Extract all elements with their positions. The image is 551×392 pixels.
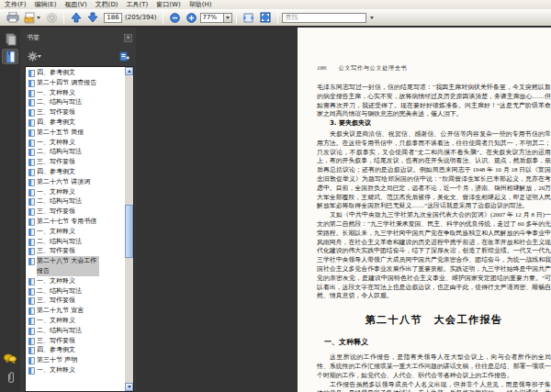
bookmark-item[interactable]: 一、文种释义 — [26, 316, 125, 326]
bookmark-item[interactable]: 第二十四节 调查报告 — [26, 78, 125, 88]
bookmark-page-icon — [28, 140, 35, 147]
page-number: 186 — [317, 64, 327, 72]
email-button[interactable] — [21, 11, 43, 25]
print-button[interactable] — [5, 11, 21, 25]
bookmark-item[interactable]: 一、文种释义 — [26, 187, 125, 197]
bookmark-label: 第二十七节 专用书信 — [37, 217, 96, 227]
bookmark-label: 二、结构与写法 — [37, 147, 82, 157]
bookmark-page-icon — [28, 159, 35, 166]
email-icon — [24, 12, 36, 24]
fit-width-icon — [242, 13, 254, 23]
bookmark-item[interactable]: 第二十九节 宣言 — [26, 306, 125, 316]
bookmark-page-icon — [28, 357, 35, 364]
bookmark-item[interactable]: 三、写作要领 — [26, 336, 125, 346]
bookmark-label: 二、结构与写法 — [37, 286, 82, 297]
find-dropdown-button[interactable] — [366, 11, 377, 25]
bookmarks-options-button[interactable] — [25, 50, 43, 62]
attachments-panel-button[interactable] — [2, 369, 18, 385]
previous-page-button[interactable] — [68, 11, 84, 25]
bookmark-item[interactable]: 一、文种释义 — [26, 365, 125, 375]
bookmark-item[interactable]: 一、文种释义 — [26, 138, 125, 148]
menu-tools[interactable]: 工具(T) — [127, 0, 149, 9]
email-dropdown-caret — [37, 17, 40, 19]
bookmark-item[interactable]: 二、结构与写法 — [26, 237, 125, 247]
menu-view[interactable]: 视图(V) — [64, 0, 86, 9]
zoom-out-icon — [170, 13, 180, 23]
zoom-dropdown-button[interactable] — [224, 13, 232, 23]
menu-bar: 文件(F) 编辑(E) 视图(V) 文档(D) 工具(T) 窗口(W) 帮助(H… — [0, 0, 551, 9]
bookmark-item[interactable]: 三、写作要领 — [26, 157, 125, 167]
menu-window[interactable]: 窗口(W) — [156, 0, 180, 9]
page-number-input[interactable] — [104, 13, 122, 23]
scroll-up-button[interactable] — [125, 67, 133, 75]
next-page-button[interactable] — [84, 11, 101, 25]
bookmark-label: 第二十八节 大会工作报告 — [37, 256, 99, 276]
bookmark-label: 一、文种释义 — [37, 365, 75, 375]
previous-view-button[interactable] — [43, 11, 60, 25]
bookmark-label: 三、写作要领 — [37, 296, 75, 306]
fit-width-button[interactable] — [241, 11, 257, 25]
bookmark-item[interactable]: 二、结构与写法 — [26, 196, 125, 207]
bookmark-page-icon — [28, 248, 35, 255]
paragraph: 这里所说的工作报告，是指有关领导人在大型会议上，向与会者所作的全局性、系统性的工… — [317, 353, 551, 379]
bookmark-item[interactable]: 第二十五节 简报 — [26, 128, 125, 138]
menu-help[interactable]: 帮助(H) — [189, 0, 212, 9]
bookmark-label: 二、结构与写法 — [37, 97, 82, 107]
bookmark-item[interactable]: 二、结构与写法 — [26, 97, 125, 107]
toolbar-separator — [277, 12, 278, 24]
pdf-page: 186 公文写作与公文处理全书 毛泽东同志写过一封信，信的结尾写道：“我因主席对… — [298, 28, 551, 392]
bookmark-item[interactable]: 四、参考例文 — [26, 167, 125, 177]
bookmark-item[interactable]: 三、写作要领 — [26, 207, 125, 217]
bookmarks-panel-button[interactable] — [2, 49, 18, 64]
zoom-out-button[interactable] — [167, 11, 184, 25]
expand-bookmark-icon — [119, 51, 129, 62]
bookmarks-tree: 四、参考例文 第二十四节 调查报告 一、文种释义 — [25, 66, 134, 392]
bookmark-label: 三、写作要领 — [37, 107, 75, 118]
bookmark-label: 三、写作要领 — [37, 207, 75, 217]
bookmark-item[interactable]: 三、写作要领 — [26, 107, 125, 118]
bookmark-item[interactable]: 二、结构与写法 — [26, 326, 125, 336]
bookmark-item[interactable]: 第二十六节 讲演词 — [26, 177, 125, 187]
bookmark-page-icon — [28, 367, 35, 375]
bookmark-item[interactable]: 三、写作要领 — [26, 246, 125, 256]
menu-edit[interactable]: 编辑(E) — [35, 0, 57, 9]
close-panel-button[interactable]: × — [124, 34, 132, 42]
pages-panel-button[interactable] — [2, 31, 18, 47]
find-input[interactable] — [282, 13, 366, 23]
bookmark-item[interactable]: 四、参考例文 — [26, 68, 125, 78]
bookmark-item[interactable]: 一、文种释义 — [26, 276, 125, 286]
comments-panel-button[interactable] — [2, 351, 18, 366]
bookmark-item[interactable]: 四、参考例文 — [26, 118, 125, 128]
bookmarks-scrollbar[interactable] — [125, 67, 133, 391]
scrollbar-thumb[interactable] — [125, 205, 133, 258]
bookmark-item[interactable]: 四、参考例文 — [26, 345, 125, 355]
bookmark-item[interactable]: 一、文种释义 — [26, 227, 125, 237]
zoom-in-button[interactable] — [184, 11, 200, 25]
zoom-level-combo — [200, 13, 232, 23]
bookmark-item[interactable]: 二、结构与写法 — [26, 147, 125, 157]
bookmark-item[interactable]: 第二十八节 大会工作报告 — [26, 256, 125, 276]
bookmark-page-icon — [28, 109, 35, 117]
scroll-down-button[interactable] — [125, 383, 133, 391]
expand-current-bookmark-button[interactable] — [117, 50, 131, 62]
zoom-in-icon — [186, 13, 197, 23]
bookmark-item[interactable]: 二、结构与写法 — [26, 286, 125, 297]
bookmark-page-icon — [28, 338, 35, 345]
bookmarks-panel-title: 书签 — [27, 33, 124, 42]
bookmark-item[interactable]: 一、文种释义 — [26, 88, 125, 98]
bookmark-label: 二、结构与写法 — [37, 326, 82, 336]
menu-file[interactable]: 文件(F) — [5, 0, 27, 9]
menu-document[interactable]: 文档(D) — [96, 0, 118, 9]
zoom-level-input[interactable] — [200, 13, 224, 23]
bookmark-label: 四、参考例文 — [37, 345, 75, 355]
bookmark-page-icon — [28, 70, 35, 77]
document-viewport[interactable]: 186 公文写作与公文处理全书 毛泽东同志写过一封信，信的结尾写道：“我因主席对… — [136, 28, 551, 392]
bookmark-page-icon — [28, 258, 35, 265]
bookmark-item[interactable]: 第二十七节 专用书信 — [26, 217, 125, 227]
bookmarks-icon — [5, 50, 17, 63]
bookmark-page-icon — [28, 149, 35, 156]
bookmark-item[interactable]: 三、写作要领 — [26, 296, 125, 306]
fit-page-button[interactable] — [257, 11, 274, 25]
bookmark-item[interactable]: 第三十节 声明 — [26, 355, 125, 365]
bookmark-page-icon — [28, 297, 35, 305]
